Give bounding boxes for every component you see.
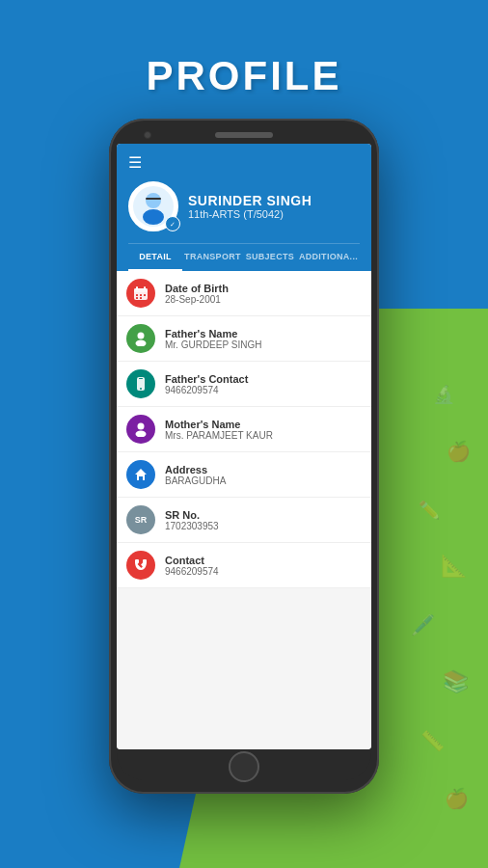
mothers-name-icon bbox=[126, 415, 155, 444]
svg-point-16 bbox=[136, 340, 147, 347]
dob-label: Date of Birth bbox=[165, 283, 229, 294]
contact-text: Contact 9466209574 bbox=[165, 555, 219, 577]
svg-point-19 bbox=[140, 388, 142, 390]
phone-screen: ☰ bbox=[117, 144, 371, 749]
dob-icon bbox=[126, 279, 155, 308]
page-title: PROFILE bbox=[146, 53, 341, 99]
deco-icon-2: ✏️ bbox=[419, 500, 440, 521]
svg-rect-3 bbox=[146, 198, 161, 200]
contact-icon bbox=[126, 551, 155, 580]
tab-detail[interactable]: DETAIL bbox=[128, 244, 182, 271]
fathers-contact-label: Father's Contact bbox=[165, 373, 248, 385]
verified-icon: ✓ bbox=[168, 219, 177, 229]
sr-no-value: 1702303953 bbox=[165, 521, 219, 531]
contact-label: Contact bbox=[165, 555, 219, 566]
detail-list: Date of Birth 28-Sep-2001 Father's Name … bbox=[117, 271, 371, 749]
phone-icon-1 bbox=[133, 376, 149, 392]
svg-text:✓: ✓ bbox=[170, 221, 176, 228]
avatar-container: ✓ bbox=[128, 181, 178, 231]
contact-value: 9466209574 bbox=[165, 566, 219, 577]
profile-name: SURINDER SINGH bbox=[188, 193, 312, 208]
svg-point-1 bbox=[146, 193, 161, 208]
deco-icon-5: 📚 bbox=[443, 669, 469, 694]
address-text: Address BARAGUDHA bbox=[165, 464, 226, 486]
dob-value: 28-Sep-2001 bbox=[165, 294, 229, 305]
fathers-name-value: Mr. GURDEEP SINGH bbox=[165, 339, 261, 350]
svg-point-21 bbox=[136, 431, 147, 438]
phone-bottom-bar bbox=[117, 753, 371, 780]
svg-rect-14 bbox=[140, 297, 142, 299]
detail-item-address: Address BARAGUDHA bbox=[117, 452, 371, 498]
tab-transport[interactable]: TRANSPORT bbox=[182, 244, 243, 271]
home-button[interactable] bbox=[229, 751, 259, 782]
svg-rect-13 bbox=[136, 297, 138, 299]
address-value: BARAGUDHA bbox=[165, 475, 226, 486]
phone-speaker bbox=[215, 132, 273, 138]
fathers-name-text: Father's Name Mr. GURDEEP SINGH bbox=[165, 328, 261, 350]
address-label: Address bbox=[165, 464, 226, 475]
tabs-bar: DETAIL TRANSPORT SUBJECTS ADDITIONA... bbox=[128, 243, 360, 271]
fathers-contact-value: 9466209574 bbox=[165, 385, 248, 395]
sr-no-icon: SR bbox=[126, 505, 155, 534]
address-icon bbox=[126, 460, 155, 489]
svg-rect-9 bbox=[144, 286, 146, 290]
app-header: ☰ bbox=[117, 144, 371, 271]
profile-info: SURINDER SINGH 11th-ARTS (T/5042) bbox=[188, 193, 312, 220]
calendar-icon bbox=[133, 285, 149, 301]
detail-item-dob: Date of Birth 28-Sep-2001 bbox=[117, 271, 371, 316]
deco-icon-4: 🖊️ bbox=[411, 613, 435, 637]
hamburger-icon[interactable]: ☰ bbox=[128, 153, 360, 172]
svg-point-20 bbox=[138, 423, 145, 430]
tab-additional[interactable]: ADDITIONA... bbox=[297, 244, 360, 271]
dob-text: Date of Birth 28-Sep-2001 bbox=[165, 283, 229, 305]
deco-icon-7: 📏 bbox=[420, 729, 445, 752]
tab-subjects[interactable]: SUBJECTS bbox=[243, 244, 297, 271]
detail-item-mothers-name: Mother's Name Mrs. PARAMJEET KAUR bbox=[117, 407, 371, 452]
phone-top-bar bbox=[117, 132, 371, 138]
detail-item-contact: Contact 9466209574 bbox=[117, 543, 371, 588]
fathers-name-label: Father's Name bbox=[165, 328, 261, 339]
fathers-contact-text: Father's Contact 9466209574 bbox=[165, 373, 248, 395]
fathers-contact-icon bbox=[126, 369, 155, 398]
svg-rect-11 bbox=[140, 294, 142, 296]
svg-rect-8 bbox=[136, 286, 138, 290]
profile-class: 11th-ARTS (T/5042) bbox=[188, 208, 312, 220]
mothers-name-value: Mrs. PARAMJEET KAUR bbox=[165, 430, 273, 441]
sr-no-text: SR No. 1702303953 bbox=[165, 509, 219, 531]
deco-icon-6: 🔬 bbox=[433, 384, 454, 405]
svg-point-15 bbox=[138, 333, 145, 339]
deco-icon-3: 📐 bbox=[441, 554, 467, 579]
detail-item-fathers-contact: Father's Contact 9466209574 bbox=[117, 362, 371, 407]
sr-no-label: SR No. bbox=[165, 509, 219, 521]
svg-rect-18 bbox=[139, 378, 143, 379]
svg-rect-23 bbox=[139, 476, 143, 480]
mothers-name-label: Mother's Name bbox=[165, 419, 273, 430]
detail-item-sr-no: SR SR No. 1702303953 bbox=[117, 498, 371, 543]
deco-icon-8: 🍎 bbox=[445, 787, 469, 810]
person-icon-1 bbox=[133, 331, 149, 346]
svg-rect-10 bbox=[136, 294, 138, 296]
person-icon-2 bbox=[133, 421, 149, 437]
avatar-badge: ✓ bbox=[165, 216, 180, 231]
profile-section: ✓ SURINDER SINGH 11th-ARTS (T/5042) bbox=[128, 181, 360, 243]
svg-point-2 bbox=[143, 209, 164, 225]
fathers-name-icon bbox=[126, 324, 155, 353]
phone-camera bbox=[144, 131, 151, 139]
mothers-name-text: Mother's Name Mrs. PARAMJEET KAUR bbox=[165, 419, 273, 441]
home-icon bbox=[133, 467, 149, 482]
svg-rect-12 bbox=[144, 294, 146, 296]
phone-mockup: ☰ bbox=[109, 119, 379, 794]
phone-icon-2 bbox=[133, 557, 149, 573]
detail-item-fathers-name: Father's Name Mr. GURDEEP SINGH bbox=[117, 316, 371, 362]
deco-icon-1: 🍎 bbox=[447, 440, 471, 463]
